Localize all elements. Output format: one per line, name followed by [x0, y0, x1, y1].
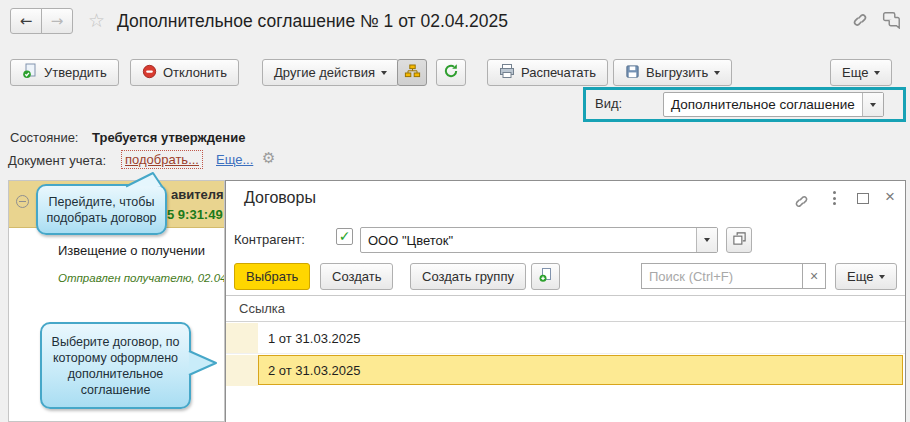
- tooltip-pointer-up-icon: [122, 171, 166, 187]
- tooltip-select-contract: Выберите договор, по которому оформлено …: [40, 322, 191, 409]
- view-field-dropdown-button[interactable]: [862, 93, 883, 116]
- approve-label: Утвердить: [44, 65, 107, 80]
- accounting-doc-more-link[interactable]: Еще...: [216, 152, 253, 167]
- collapse-icon[interactable]: [16, 195, 29, 208]
- main-window: ← → ☆ Дополнительное соглашение № 1 от 0…: [0, 0, 910, 422]
- back-arrow-icon: ←: [20, 12, 33, 30]
- export-button[interactable]: Выгрузить: [613, 59, 732, 86]
- dropdown-arrow-icon: [704, 238, 710, 242]
- counterparty-label: Контрагент:: [234, 232, 305, 247]
- create-button[interactable]: Создать: [320, 263, 393, 290]
- counterparty-dropdown-button[interactable]: [696, 228, 717, 252]
- dialog-menu-dots-icon[interactable]: [833, 191, 836, 205]
- view-field-label: Вид:: [595, 96, 622, 111]
- edo-sent-status: Отправлен получателю, 02.04: [58, 272, 225, 284]
- create-group-button[interactable]: Создать группу: [410, 263, 526, 290]
- status-value: Требуется утверждение: [92, 130, 245, 145]
- create-by-copy-button[interactable]: [531, 263, 560, 290]
- tooltip-text: Перейдите, чтобы подобрать договор: [45, 194, 158, 226]
- table-row[interactable]: 1 от 31.03.2025: [226, 323, 905, 354]
- dropdown-arrow-icon: [870, 103, 876, 107]
- dropdown-arrow-icon: [714, 71, 720, 75]
- row-marker-cell: [226, 355, 258, 386]
- dropdown-arrow-icon: [874, 71, 880, 75]
- export-label: Выгрузить: [646, 65, 708, 80]
- create-label: Создать: [332, 269, 381, 284]
- back-button[interactable]: ←: [10, 8, 42, 34]
- reject-icon: [142, 64, 157, 82]
- discussions-icon[interactable]: [882, 11, 902, 32]
- view-field-highlight: Вид: Дополнительное соглашение: [583, 87, 906, 122]
- counterparty-combobox[interactable]: ООО "Цветок": [360, 227, 718, 253]
- dropdown-arrow-icon: [381, 71, 387, 75]
- table-header-row[interactable]: Ссылка: [226, 296, 905, 322]
- printer-icon: [499, 63, 515, 82]
- approve-doc-check-icon: [22, 63, 38, 82]
- dialog-more-button[interactable]: Еще: [835, 263, 897, 290]
- counterparty-checkbox[interactable]: ✓: [336, 228, 353, 245]
- more-label: Еще: [842, 65, 868, 80]
- view-field-value: Дополнительное соглашение: [671, 93, 855, 116]
- get-link-icon[interactable]: [850, 11, 870, 32]
- more-button[interactable]: Еще: [830, 59, 892, 86]
- counterparty-value: ООО "Цветок": [368, 228, 453, 252]
- print-label: Распечатать: [521, 65, 596, 80]
- status-label: Состояние:: [10, 130, 78, 145]
- row-text: 1 от 31.03.2025: [268, 323, 360, 353]
- view-field-combobox[interactable]: Дополнительное соглашение: [663, 92, 884, 117]
- org-chart-icon: [404, 63, 421, 82]
- tooltip-text: Выберите договор, по которому оформлено …: [49, 334, 182, 398]
- dropdown-arrow-icon: [879, 275, 885, 279]
- reject-label: Отклонить: [163, 65, 227, 80]
- dialog-close-icon[interactable]: ×: [885, 187, 895, 207]
- approve-button[interactable]: Утвердить: [10, 59, 119, 86]
- row-marker-cell: [226, 323, 258, 353]
- checkmark-icon: ✓: [339, 229, 351, 243]
- save-floppy-icon: [625, 64, 640, 82]
- forward-arrow-icon: →: [51, 12, 64, 30]
- counterparty-open-button[interactable]: [726, 227, 752, 253]
- gear-icon[interactable]: ⚙: [262, 149, 275, 167]
- row-text: 2 от 31.03.2025: [268, 355, 360, 386]
- select-label: Выбрать: [246, 269, 298, 284]
- page-title: Дополнительное соглашение № 1 от 02.04.2…: [117, 11, 508, 32]
- open-window-icon: [732, 231, 747, 249]
- document-flow-button[interactable]: [397, 59, 427, 86]
- contracts-dialog: Договоры × Контрагент: ✓ ООО "Цветок": [225, 180, 906, 422]
- search-clear-icon[interactable]: ×: [802, 264, 825, 288]
- other-actions-label: Другие действия: [274, 65, 375, 80]
- print-button[interactable]: Распечатать: [487, 59, 608, 86]
- tooltip-pointer-right-icon: [188, 348, 219, 378]
- accounting-doc-label: Документ учета:: [8, 153, 106, 168]
- table-header-label: Ссылка: [239, 301, 285, 316]
- edo-notice-line: Извещение о получении: [58, 243, 205, 258]
- edo-stage-title-fragment: авителя: [171, 187, 224, 202]
- document-plus-icon: [538, 267, 554, 286]
- search-box: ×: [641, 263, 826, 289]
- reject-button[interactable]: Отклонить: [130, 59, 239, 86]
- dialog-link-icon[interactable]: [792, 193, 811, 213]
- contracts-table: Ссылка 1 от 31.03.2025 2 от 31.03.2025: [226, 295, 905, 422]
- refresh-icon: [443, 63, 459, 82]
- tooltip-pick-contract: Перейдите, чтобы подобрать договор: [36, 184, 167, 235]
- dialog-maximize-icon[interactable]: [857, 193, 869, 204]
- forward-button[interactable]: →: [41, 8, 73, 34]
- favorite-star-icon[interactable]: ☆: [88, 9, 105, 31]
- table-row-selected[interactable]: 2 от 31.03.2025: [226, 355, 905, 386]
- create-group-label: Создать группу: [422, 269, 514, 284]
- dialog-more-label: Еще: [847, 269, 873, 284]
- refresh-button[interactable]: [436, 59, 466, 86]
- dialog-title: Договоры: [244, 189, 316, 207]
- select-button[interactable]: Выбрать: [234, 263, 310, 290]
- edo-stage-datetime: 5 9:31:49: [167, 207, 223, 222]
- search-input[interactable]: [649, 264, 799, 288]
- other-actions-button[interactable]: Другие действия: [262, 59, 399, 86]
- pick-document-link[interactable]: подобрать...: [121, 150, 203, 169]
